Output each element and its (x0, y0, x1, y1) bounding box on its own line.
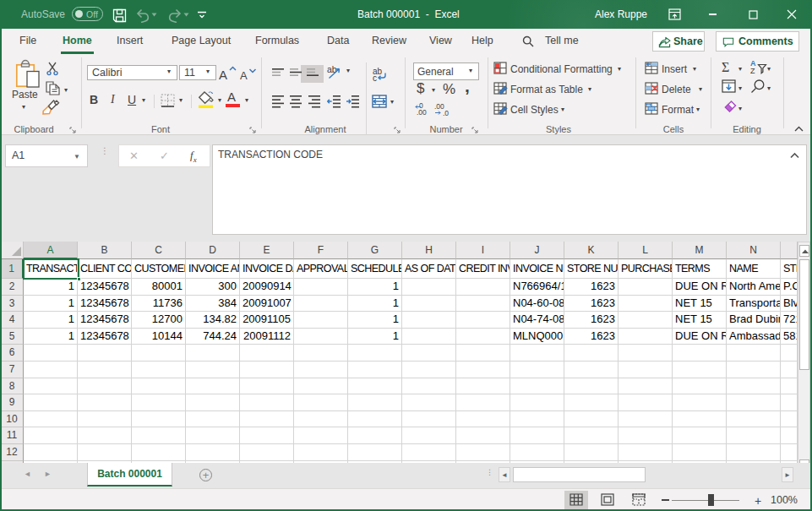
svg-text:Z: Z (750, 67, 755, 74)
svg-text:A: A (240, 69, 248, 81)
svg-text:.0: .0 (443, 109, 449, 117)
svg-text:A: A (219, 68, 227, 81)
svg-text:c: c (373, 73, 377, 81)
